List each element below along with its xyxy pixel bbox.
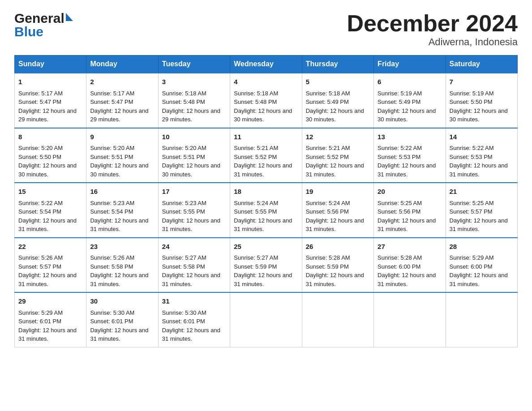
day-number: 17 [162,187,226,197]
day-number: 7 [450,77,514,87]
day-info: Sunrise: 5:17 AMSunset: 5:47 PMDaylight:… [90,89,154,124]
day-info: Sunrise: 5:18 AMSunset: 5:48 PMDaylight:… [162,89,226,124]
calendar-cell: 27Sunrise: 5:28 AMSunset: 6:00 PMDayligh… [374,238,446,293]
day-number: 29 [18,296,82,307]
day-info: Sunrise: 5:20 AMSunset: 5:51 PMDaylight:… [162,144,226,179]
day-info: Sunrise: 5:28 AMSunset: 6:00 PMDaylight:… [378,253,442,288]
calendar-cell: 2Sunrise: 5:17 AMSunset: 5:47 PMDaylight… [86,73,158,128]
calendar-cell: 21Sunrise: 5:25 AMSunset: 5:57 PMDayligh… [446,183,517,238]
day-info: Sunrise: 5:23 AMSunset: 5:54 PMDaylight:… [90,199,154,234]
day-info: Sunrise: 5:17 AMSunset: 5:47 PMDaylight:… [18,89,82,124]
day-number: 27 [378,242,442,252]
day-number: 8 [18,132,82,142]
day-info: Sunrise: 5:22 AMSunset: 5:53 PMDaylight:… [450,144,514,179]
calendar-cell: 22Sunrise: 5:26 AMSunset: 5:57 PMDayligh… [15,238,86,293]
day-number: 15 [18,187,82,197]
day-number: 24 [162,242,226,252]
day-info: Sunrise: 5:19 AMSunset: 5:49 PMDaylight:… [378,89,442,124]
day-info: Sunrise: 5:18 AMSunset: 5:48 PMDaylight:… [234,89,298,124]
week-row-2: 8Sunrise: 5:20 AMSunset: 5:50 PMDaylight… [15,128,518,183]
calendar-cell: 10Sunrise: 5:20 AMSunset: 5:51 PMDayligh… [158,128,230,183]
calendar-cell: 5Sunrise: 5:18 AMSunset: 5:49 PMDaylight… [302,73,373,128]
day-info: Sunrise: 5:21 AMSunset: 5:52 PMDaylight:… [234,144,298,179]
day-info: Sunrise: 5:20 AMSunset: 5:51 PMDaylight:… [90,144,154,179]
calendar-cell: 7Sunrise: 5:19 AMSunset: 5:50 PMDaylight… [446,73,517,128]
day-number: 18 [234,187,298,197]
day-number: 10 [162,132,226,142]
day-number: 4 [234,77,298,87]
day-info: Sunrise: 5:18 AMSunset: 5:49 PMDaylight:… [306,89,370,124]
week-row-1: 1Sunrise: 5:17 AMSunset: 5:47 PMDaylight… [15,73,518,128]
day-number: 25 [234,242,298,252]
day-info: Sunrise: 5:30 AMSunset: 6:01 PMDaylight:… [90,308,154,343]
day-info: Sunrise: 5:28 AMSunset: 5:59 PMDaylight:… [306,253,370,288]
calendar-table: SundayMondayTuesdayWednesdayThursdayFrid… [14,55,518,347]
day-number: 3 [162,77,226,87]
day-number: 5 [306,77,370,87]
calendar-cell: 6Sunrise: 5:19 AMSunset: 5:49 PMDaylight… [374,73,446,128]
day-info: Sunrise: 5:27 AMSunset: 5:58 PMDaylight:… [162,253,226,288]
logo-general-text: General [14,11,64,26]
week-row-3: 15Sunrise: 5:22 AMSunset: 5:54 PMDayligh… [15,183,518,238]
calendar-cell: 23Sunrise: 5:26 AMSunset: 5:58 PMDayligh… [86,238,158,293]
day-info: Sunrise: 5:30 AMSunset: 6:01 PMDaylight:… [162,308,226,343]
calendar-cell: 20Sunrise: 5:25 AMSunset: 5:56 PMDayligh… [374,183,446,238]
day-number: 6 [378,77,442,87]
calendar-cell: 29Sunrise: 5:29 AMSunset: 6:01 PMDayligh… [15,292,86,347]
day-number: 1 [18,77,82,87]
calendar-cell: 9Sunrise: 5:20 AMSunset: 5:51 PMDaylight… [86,128,158,183]
day-number: 28 [450,242,514,252]
calendar-cell: 15Sunrise: 5:22 AMSunset: 5:54 PMDayligh… [15,183,86,238]
weekday-header-friday: Friday [374,56,446,73]
day-info: Sunrise: 5:27 AMSunset: 5:59 PMDaylight:… [234,253,298,288]
title-block: December 2024 Adiwerna, Indonesia [347,11,518,48]
day-info: Sunrise: 5:24 AMSunset: 5:56 PMDaylight:… [306,199,370,234]
calendar-cell: 28Sunrise: 5:29 AMSunset: 6:00 PMDayligh… [446,238,517,293]
day-info: Sunrise: 5:25 AMSunset: 5:57 PMDaylight:… [450,199,514,234]
calendar-cell: 16Sunrise: 5:23 AMSunset: 5:54 PMDayligh… [86,183,158,238]
calendar-cell [446,292,517,347]
calendar-cell: 26Sunrise: 5:28 AMSunset: 5:59 PMDayligh… [302,238,373,293]
weekday-header-row: SundayMondayTuesdayWednesdayThursdayFrid… [15,56,518,73]
logo-blue-text: Blue [14,24,73,39]
day-number: 31 [162,296,226,307]
calendar-cell: 4Sunrise: 5:18 AMSunset: 5:48 PMDaylight… [230,73,302,128]
day-info: Sunrise: 5:23 AMSunset: 5:55 PMDaylight:… [162,199,226,234]
calendar-title: December 2024 [347,11,518,36]
day-info: Sunrise: 5:26 AMSunset: 5:57 PMDaylight:… [18,253,82,288]
page-header: General Blue December 2024 Adiwerna, Ind… [14,11,518,48]
day-info: Sunrise: 5:21 AMSunset: 5:52 PMDaylight:… [306,144,370,179]
day-info: Sunrise: 5:29 AMSunset: 6:00 PMDaylight:… [450,253,514,288]
weekday-header-tuesday: Tuesday [158,56,230,73]
calendar-subtitle: Adiwerna, Indonesia [347,36,518,48]
weekday-header-wednesday: Wednesday [230,56,302,73]
week-row-4: 22Sunrise: 5:26 AMSunset: 5:57 PMDayligh… [15,238,518,293]
day-info: Sunrise: 5:22 AMSunset: 5:53 PMDaylight:… [378,144,442,179]
day-number: 30 [90,296,154,307]
day-number: 21 [450,187,514,197]
calendar-cell: 1Sunrise: 5:17 AMSunset: 5:47 PMDaylight… [15,73,86,128]
day-info: Sunrise: 5:19 AMSunset: 5:50 PMDaylight:… [450,89,514,124]
logo: General Blue [14,11,73,39]
calendar-cell [230,292,302,347]
weekday-header-sunday: Sunday [15,56,86,73]
calendar-cell: 11Sunrise: 5:21 AMSunset: 5:52 PMDayligh… [230,128,302,183]
day-info: Sunrise: 5:24 AMSunset: 5:55 PMDaylight:… [234,199,298,234]
day-number: 12 [306,132,370,142]
logo-arrow-icon [66,13,73,21]
calendar-cell: 19Sunrise: 5:24 AMSunset: 5:56 PMDayligh… [302,183,373,238]
weekday-header-monday: Monday [86,56,158,73]
day-number: 19 [306,187,370,197]
day-number: 13 [378,132,442,142]
day-info: Sunrise: 5:20 AMSunset: 5:50 PMDaylight:… [18,144,82,179]
day-info: Sunrise: 5:25 AMSunset: 5:56 PMDaylight:… [378,199,442,234]
calendar-cell: 3Sunrise: 5:18 AMSunset: 5:48 PMDaylight… [158,73,230,128]
weekday-header-saturday: Saturday [446,56,517,73]
week-row-5: 29Sunrise: 5:29 AMSunset: 6:01 PMDayligh… [15,292,518,347]
calendar-cell: 24Sunrise: 5:27 AMSunset: 5:58 PMDayligh… [158,238,230,293]
calendar-cell: 17Sunrise: 5:23 AMSunset: 5:55 PMDayligh… [158,183,230,238]
day-number: 2 [90,77,154,87]
day-number: 14 [450,132,514,142]
calendar-cell: 31Sunrise: 5:30 AMSunset: 6:01 PMDayligh… [158,292,230,347]
day-info: Sunrise: 5:22 AMSunset: 5:54 PMDaylight:… [18,199,82,234]
